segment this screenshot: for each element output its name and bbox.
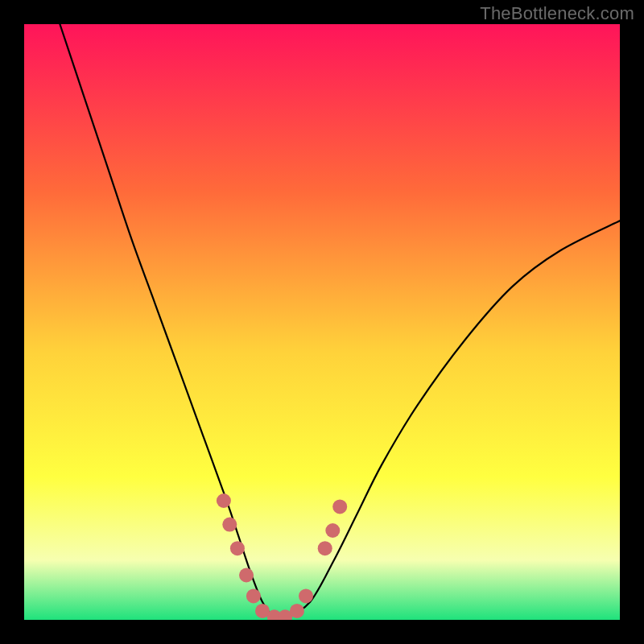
marker-group xyxy=(217,493,347,620)
curve-marker xyxy=(299,588,313,603)
chart-stage: TheBottleneck.com xyxy=(0,0,644,644)
curve-marker xyxy=(239,568,254,583)
curve-marker xyxy=(230,541,245,555)
curve-marker xyxy=(246,588,261,603)
plot-area xyxy=(24,24,620,620)
curve-marker xyxy=(217,493,231,508)
watermark-text: TheBottleneck.com xyxy=(480,3,634,24)
curve-marker xyxy=(318,541,332,555)
curve-layer xyxy=(24,24,620,620)
curve-marker xyxy=(222,518,237,532)
curve-marker xyxy=(325,523,340,538)
curve-marker xyxy=(290,604,304,618)
curve-marker xyxy=(332,499,347,514)
